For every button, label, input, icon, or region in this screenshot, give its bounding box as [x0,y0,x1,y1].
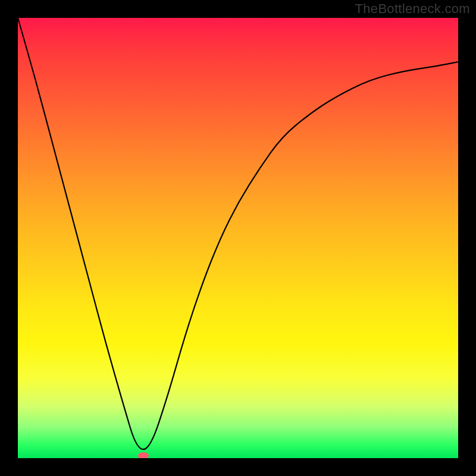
plot-area [18,18,458,458]
curve-path [18,18,458,449]
watermark-text: TheBottleneck.com [355,1,470,17]
trough-marker [138,452,149,458]
chart-frame: TheBottleneck.com [0,0,476,476]
bottleneck-curve [18,18,458,458]
